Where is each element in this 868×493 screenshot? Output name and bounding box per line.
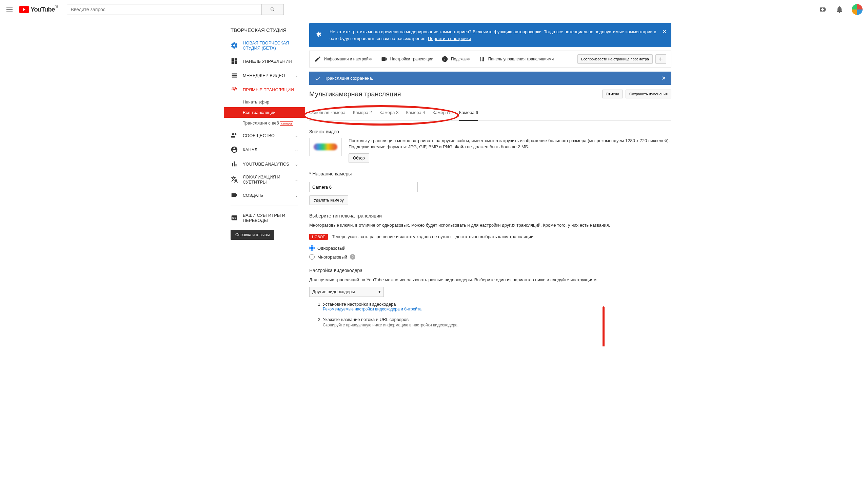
search-button[interactable] (262, 4, 284, 15)
sidebar-item-analytics[interactable]: YOUTUBE ANALYTICS ⌄ (224, 157, 305, 171)
encoder-title: Настройка видеокодера (309, 268, 671, 273)
status-bar: Трансляция сохранена. ✕ (309, 72, 671, 85)
sidebar-sub-all[interactable]: Все трансляции (224, 107, 305, 118)
banner-link[interactable]: Перейти в настройки (428, 36, 471, 41)
page-title: Мультикамерная трансляция (309, 90, 401, 98)
sidebar: ТВОРЧЕСКАЯ СТУДИЯ НОВАЯ ТВОРЧЕСКАЯ СТУДИ… (224, 19, 305, 346)
sidebar-item-localization[interactable]: ЛОКАЛИЗАЦИЯ И СУБТИТРЫ ⌄ (224, 171, 305, 188)
sidebar-item-create[interactable]: СОЗДАТЬ ⌄ (224, 188, 305, 202)
toolbar: Информация и настройки Настройки трансля… (309, 51, 671, 68)
sidebar-sub-start[interactable]: Начать эфир (224, 97, 305, 107)
info-banner: ✱ Не хотите тратить много времени на мод… (309, 23, 671, 47)
sidebar-item-captions[interactable]: ВАШИ СУБТИТРЫ И ПЕРЕВОДЫ (224, 209, 305, 226)
svg-point-2 (481, 60, 482, 61)
logo-play-icon (19, 6, 29, 13)
notifications-icon[interactable] (835, 5, 844, 14)
chevron-down-icon: ▾ (378, 289, 381, 294)
cancel-button[interactable]: Отмена (602, 90, 623, 98)
main-content: ✱ Не хотите тратить много времени на мод… (305, 19, 678, 346)
tab-camera-1[interactable]: Камера 2 (353, 110, 372, 117)
avatar[interactable] (852, 4, 863, 15)
sidebar-item-channel[interactable]: КАНАЛ ⌄ (224, 143, 305, 157)
play-page-button[interactable]: Воспроизвести на странице просмотра (577, 54, 653, 64)
chevron-down-icon: ⌄ (295, 147, 298, 152)
encoder-select[interactable]: Другие видеокодеры ▾ (309, 287, 384, 297)
tool-info[interactable]: Информация и настройки (314, 56, 373, 62)
help-icon[interactable]: ? (350, 254, 355, 260)
key-type-title: Выберите тип ключа трансляции (309, 213, 671, 219)
new-badge: НОВОЕ (309, 234, 328, 240)
tab-camera-3[interactable]: Камера 4 (406, 110, 425, 117)
svg-point-0 (233, 89, 235, 91)
camera-name-input[interactable] (309, 182, 418, 192)
logo[interactable]: YouTube RU (19, 6, 55, 13)
sidebar-sub-webcam[interactable]: Трансляция с вебкамеры (224, 118, 305, 128)
thumbnail-preview (309, 138, 342, 156)
close-icon[interactable]: ✕ (662, 75, 666, 81)
chevron-down-icon: ⌄ (295, 162, 298, 167)
encoder-recommended-link[interactable]: Рекомендуемые настройки видеокодера и би… (323, 307, 671, 311)
tool-cards[interactable]: Подсказки (441, 56, 471, 62)
camera-tabs: Основная камераКамера 2Камера 3Камера 4К… (309, 110, 671, 121)
star-icon: ✱ (316, 29, 322, 39)
chevron-down-icon: ⌄ (295, 73, 298, 78)
tool-control-panel[interactable]: Панель управления трансляциями (479, 56, 554, 62)
tool-stream-settings[interactable]: Настройки трансляции (381, 56, 433, 62)
svg-point-1 (480, 57, 481, 58)
sidebar-title: ТВОРЧЕСКАЯ СТУДИЯ (224, 23, 305, 37)
encoder-step: Установите настройки видеокодераРекоменд… (323, 302, 671, 311)
chevron-down-icon: ⌄ (295, 177, 298, 182)
search-input[interactable] (67, 4, 262, 15)
sidebar-item-new-studio[interactable]: НОВАЯ ТВОРЧЕСКАЯ СТУДИЯ (БЕТА) (224, 37, 305, 54)
upload-icon[interactable] (819, 5, 827, 14)
tab-camera-0[interactable]: Основная камера (309, 110, 346, 117)
encoder-step: Укажите название потока и URL серверовСк… (323, 317, 671, 327)
close-icon[interactable]: ✕ (662, 28, 667, 36)
sidebar-item-community[interactable]: СООБЩЕСТВО ⌄ (224, 128, 305, 143)
chevron-down-icon: ⌄ (295, 193, 298, 198)
tab-camera-4[interactable]: Камера 5 (433, 110, 452, 117)
thumbnail-title: Значок видео (309, 129, 671, 134)
chevron-down-icon: ⌄ (295, 133, 298, 138)
sidebar-item-dashboard[interactable]: ПАНЕЛЬ УПРАВЛЕНИЯ (224, 54, 305, 68)
logo-region: RU (55, 5, 59, 9)
menu-icon[interactable] (5, 5, 14, 14)
svg-point-3 (483, 58, 484, 59)
feedback-button[interactable]: Справка и отзывы (231, 230, 274, 240)
tab-camera-2[interactable]: Камера 3 (379, 110, 398, 117)
sidebar-item-video-manager[interactable]: МЕНЕДЖЕР ВИДЕО ⌄ (224, 68, 305, 82)
delete-camera-button[interactable]: Удалить камеру (309, 195, 348, 205)
save-button[interactable]: Сохранить изменения (626, 90, 671, 98)
back-button[interactable] (655, 54, 666, 64)
tab-camera-5[interactable]: Камера 6 (459, 110, 478, 121)
sidebar-item-live[interactable]: ПРЯМЫЕ ТРАНСЛЯЦИИ (224, 82, 305, 97)
check-icon (315, 75, 321, 81)
logo-text: YouTube (31, 6, 55, 13)
browse-button[interactable]: Обзор (349, 153, 369, 163)
radio-multi-use[interactable]: Многоразовый ? (309, 254, 671, 260)
radio-single-use[interactable]: Одноразовый (309, 245, 671, 251)
camera-name-label: * Название камеры (309, 171, 671, 176)
